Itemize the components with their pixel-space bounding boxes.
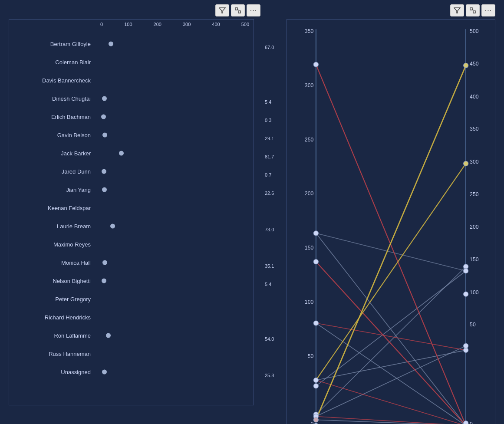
svg-text:150: 150 (470, 256, 479, 263)
row-label: Gavin Belson (9, 132, 96, 138)
x-label-300: 300 (183, 22, 191, 27)
side-value: 0.3 (265, 111, 271, 129)
data-dot (110, 224, 115, 229)
dot-area (96, 253, 254, 272)
svg-text:350: 350 (470, 126, 479, 132)
dot-area (96, 181, 254, 199)
svg-text:100: 100 (470, 289, 479, 296)
data-dot (109, 42, 113, 46)
svg-text:0: 0 (310, 421, 313, 424)
row-label: Peter Gregory (9, 296, 96, 302)
data-dot (102, 187, 107, 192)
svg-line-31 (316, 323, 466, 424)
row-label: Keenan Feldspar (9, 205, 96, 211)
svg-point-47 (313, 321, 318, 325)
left-toolbar: ··· (9, 4, 260, 16)
svg-text:300: 300 (470, 159, 479, 165)
svg-point-48 (313, 378, 318, 382)
svg-line-36 (316, 233, 466, 271)
svg-line-34 (316, 266, 466, 414)
dot-row: Laurie Bream (9, 217, 254, 235)
dot-area (96, 108, 254, 126)
right-more-button[interactable]: ··· (481, 4, 495, 16)
dot-area (96, 35, 254, 53)
x-label-0: 0 (100, 22, 103, 27)
data-dot (102, 133, 107, 138)
row-label: Coleman Blair (9, 59, 96, 66)
svg-line-38 (316, 262, 466, 424)
dot-row: Jack Barker (9, 144, 254, 162)
svg-text:350: 350 (305, 28, 314, 34)
dot-row: Nelson Bighetti (9, 272, 254, 290)
svg-text:100: 100 (305, 299, 314, 305)
dot-area (96, 363, 254, 381)
data-dot (102, 260, 107, 265)
parallel-chart: 350 300 250 200 150 100 50 0 500 450 400… (287, 19, 495, 424)
dot-area (96, 71, 254, 89)
dot-area (96, 345, 254, 363)
row-label: Davis Bannercheck (9, 77, 96, 84)
row-label: Richard Hendricks (9, 314, 96, 321)
side-value: 29.1 (265, 129, 274, 148)
right-filter-button[interactable] (450, 4, 464, 16)
right-expand-button[interactable] (466, 4, 480, 16)
x-axis: 0 100 200 300 400 500 (100, 22, 249, 27)
data-dot (102, 370, 107, 375)
right-panel: ··· 350 300 250 200 150 100 50 0 500 45 (287, 4, 495, 424)
dot-row: Dinesh Chugtai (9, 89, 254, 108)
left-expand-button[interactable] (231, 4, 245, 16)
dot-row: Davis Bannercheck (9, 71, 254, 89)
data-dot (101, 115, 106, 119)
side-value: 25.8 (265, 366, 274, 385)
dot-area (96, 308, 254, 326)
svg-point-44 (313, 62, 318, 67)
svg-line-39 (316, 323, 466, 350)
dot-row: Russ Hanneman (9, 345, 254, 363)
side-value: 73.0 (265, 220, 274, 239)
svg-text:300: 300 (305, 82, 314, 89)
svg-rect-1 (235, 8, 237, 10)
svg-point-46 (313, 260, 318, 264)
data-dot (102, 279, 106, 283)
row-label: Erlich Bachman (9, 114, 96, 120)
row-label: Maximo Reyes (9, 241, 96, 248)
svg-line-35 (316, 346, 466, 417)
svg-point-57 (464, 269, 468, 273)
side-value: 67.0 (265, 38, 274, 56)
side-value: 5.4 (265, 275, 271, 293)
svg-point-45 (313, 231, 318, 236)
x-label-200: 200 (154, 22, 161, 27)
side-value: 5.4 (265, 93, 271, 111)
dot-row: Unassigned (9, 363, 254, 381)
svg-rect-6 (473, 11, 475, 13)
svg-text:150: 150 (305, 245, 314, 251)
svg-rect-2 (238, 11, 240, 13)
dot-area (96, 272, 254, 290)
svg-point-58 (464, 292, 468, 296)
svg-text:450: 450 (470, 61, 479, 67)
data-dot (102, 169, 106, 174)
dot-area (96, 290, 254, 308)
row-label: Russ Hanneman (9, 351, 96, 357)
data-dot (119, 151, 124, 156)
right-toolbar: ··· (287, 4, 495, 16)
svg-marker-4 (454, 8, 460, 13)
svg-point-60 (464, 343, 468, 348)
dot-area (96, 199, 254, 217)
left-more-button[interactable]: ··· (247, 4, 260, 16)
svg-point-52 (313, 417, 318, 422)
dot-area (96, 162, 254, 181)
dot-area (96, 235, 254, 253)
left-filter-button[interactable] (215, 4, 229, 16)
dot-row: Jian Yang (9, 181, 254, 199)
dot-area (96, 89, 254, 108)
main-container: ··· 0 100 200 300 400 500 Bertram Gilfoy… (0, 0, 504, 424)
side-value: 81.7 (265, 148, 274, 166)
row-label: Ron Laflamme (9, 332, 96, 339)
svg-line-30 (316, 420, 466, 424)
row-label: Jian Yang (9, 187, 96, 193)
row-label: Nelson Bighetti (9, 278, 96, 284)
dot-row: Bertram Gilfoyle (9, 35, 254, 53)
svg-text:0: 0 (470, 421, 473, 424)
dot-row: Erlich Bachman (9, 108, 254, 126)
